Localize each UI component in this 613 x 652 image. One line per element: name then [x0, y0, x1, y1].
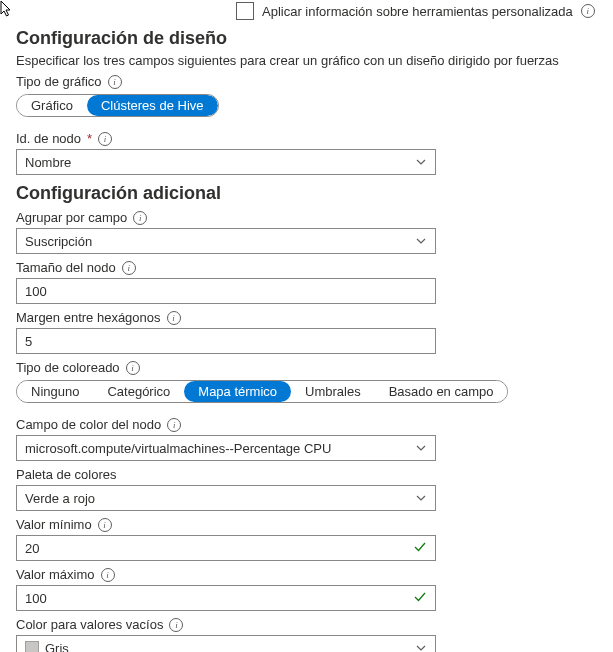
palette-select[interactable]: Verde a rojo: [16, 485, 436, 511]
palette-label: Paleta de colores: [16, 467, 116, 482]
chart-type-option-hive[interactable]: Clústeres de Hive: [87, 95, 218, 116]
color-swatch-icon: [25, 641, 39, 652]
node-id-label: Id. de nodo: [16, 131, 81, 146]
info-icon[interactable]: i: [126, 361, 140, 375]
check-icon: [413, 590, 427, 607]
coloring-option-none[interactable]: Ninguno: [17, 381, 93, 402]
empty-color-select[interactable]: Gris: [16, 635, 436, 652]
group-by-label: Agrupar por campo: [16, 210, 127, 225]
node-size-value: 100: [25, 284, 427, 299]
color-field-label: Campo de color del nodo: [16, 417, 161, 432]
palette-value: Verde a rojo: [25, 491, 415, 506]
empty-color-label: Color para valores vacíos: [16, 617, 163, 632]
min-value-label: Valor mínimo: [16, 517, 92, 532]
info-icon[interactable]: i: [167, 311, 181, 325]
hex-margin-input[interactable]: 5: [16, 328, 436, 354]
info-icon[interactable]: i: [122, 261, 136, 275]
design-config-heading: Configuración de diseño: [16, 28, 597, 49]
info-icon[interactable]: i: [108, 75, 122, 89]
info-icon[interactable]: i: [581, 4, 595, 18]
required-marker: *: [87, 131, 92, 146]
max-value-input[interactable]: 100: [16, 585, 436, 611]
node-size-label: Tamaño del nodo: [16, 260, 116, 275]
chevron-down-icon: [415, 442, 427, 454]
min-value: 20: [25, 541, 413, 556]
max-value: 100: [25, 591, 413, 606]
color-field-select[interactable]: microsoft.compute/virtualmachines--Perce…: [16, 435, 436, 461]
min-value-input[interactable]: 20: [16, 535, 436, 561]
info-icon[interactable]: i: [169, 618, 183, 632]
coloring-option-fieldbased[interactable]: Basado en campo: [375, 381, 508, 402]
max-value-label: Valor máximo: [16, 567, 95, 582]
hex-margin-label: Margen entre hexágonos: [16, 310, 161, 325]
hex-margin-value: 5: [25, 334, 427, 349]
group-by-value: Suscripción: [25, 234, 415, 249]
info-icon[interactable]: i: [98, 132, 112, 146]
cursor-pointer-icon: [0, 0, 14, 18]
custom-tooltip-checkbox[interactable]: [236, 2, 254, 20]
empty-color-value: Gris: [45, 641, 415, 653]
chevron-down-icon: [415, 235, 427, 247]
info-icon[interactable]: i: [98, 518, 112, 532]
check-icon: [413, 540, 427, 557]
group-by-select[interactable]: Suscripción: [16, 228, 436, 254]
coloring-type-label: Tipo de coloreado: [16, 360, 120, 375]
color-field-value: microsoft.compute/virtualmachines--Perce…: [25, 441, 415, 456]
info-icon[interactable]: i: [167, 418, 181, 432]
node-id-select[interactable]: Nombre: [16, 149, 436, 175]
info-icon[interactable]: i: [101, 568, 115, 582]
coloring-option-thresholds[interactable]: Umbrales: [291, 381, 375, 402]
coloring-option-heatmap[interactable]: Mapa térmico: [184, 381, 291, 402]
chart-type-toggle[interactable]: Gráfico Clústeres de Hive: [16, 94, 219, 117]
design-config-desc: Especificar los tres campos siguientes p…: [16, 53, 597, 68]
chart-type-option-graph[interactable]: Gráfico: [17, 95, 87, 116]
chevron-down-icon: [415, 492, 427, 504]
custom-tooltip-label: Aplicar información sobre herramientas p…: [262, 4, 573, 19]
info-icon[interactable]: i: [133, 211, 147, 225]
node-id-value: Nombre: [25, 155, 415, 170]
chevron-down-icon: [415, 642, 427, 652]
coloring-option-categorical[interactable]: Categórico: [93, 381, 184, 402]
additional-config-heading: Configuración adicional: [16, 183, 597, 204]
node-size-input[interactable]: 100: [16, 278, 436, 304]
chart-type-label: Tipo de gráfico: [16, 74, 102, 89]
coloring-type-toggle[interactable]: Ninguno Categórico Mapa térmico Umbrales…: [16, 380, 508, 403]
chevron-down-icon: [415, 156, 427, 168]
